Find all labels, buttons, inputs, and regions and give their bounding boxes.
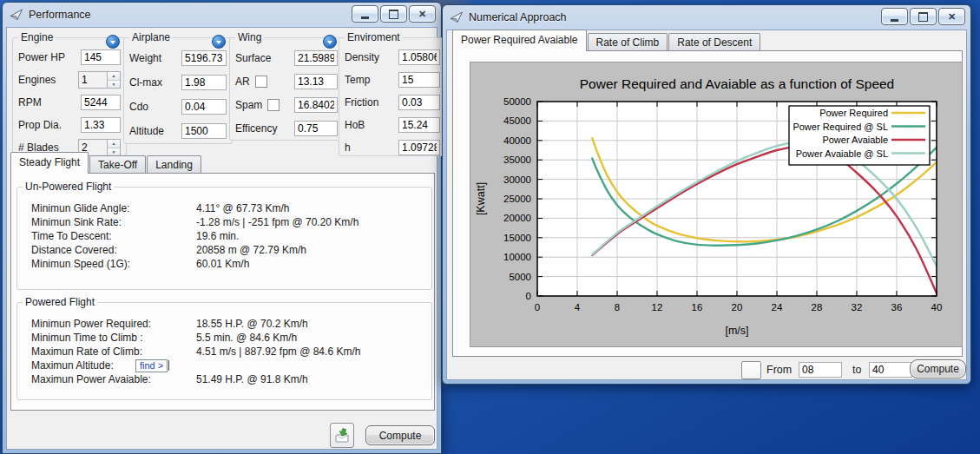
tab-power-required-avaiable[interactable]: Power Required Avaiable bbox=[452, 30, 587, 51]
spam-checkbox[interactable] bbox=[267, 99, 280, 111]
enviroment-group: Enviroment Density Temp Friction HoB h bbox=[339, 31, 446, 156]
tab-rate-of-climb[interactable]: Rate of Climb bbox=[588, 33, 668, 51]
svg-text:24: 24 bbox=[772, 302, 783, 313]
friction-input[interactable] bbox=[398, 95, 440, 110]
numerical-titlebar[interactable]: Numerical Approach ✕ bbox=[443, 5, 970, 28]
power-hp-input[interactable] bbox=[81, 49, 121, 65]
tab-steady-flight[interactable]: Steady Flight bbox=[10, 152, 89, 174]
find-button[interactable]: find > bbox=[135, 359, 168, 372]
unpowered-flight-group: Un-Powered Flight Minimun Glide Angle:4.… bbox=[16, 181, 432, 290]
spam-input[interactable] bbox=[294, 97, 338, 113]
spin-up-icon[interactable]: ▲ bbox=[108, 140, 120, 148]
minimize-icon bbox=[361, 16, 369, 19]
temp-input[interactable] bbox=[398, 72, 440, 88]
svg-text:36: 36 bbox=[891, 302, 903, 313]
range-from-input[interactable] bbox=[799, 362, 842, 378]
engine-group-label: Engine bbox=[18, 31, 56, 43]
paper-plane-icon bbox=[10, 8, 23, 22]
hob-input[interactable] bbox=[398, 117, 440, 133]
result-value: 19.6 min. bbox=[196, 230, 426, 242]
prop-dia-label: Prop Dia. bbox=[18, 119, 62, 131]
close-icon: ✕ bbox=[418, 10, 426, 19]
engines-input[interactable] bbox=[78, 71, 107, 89]
weight-input[interactable] bbox=[181, 50, 227, 66]
tab-landing[interactable]: Landing bbox=[147, 155, 201, 174]
rpm-input[interactable] bbox=[81, 95, 121, 110]
density-label: Density bbox=[345, 51, 379, 63]
range-to-input[interactable] bbox=[869, 362, 912, 378]
svg-text:40: 40 bbox=[931, 302, 943, 313]
airplane-group-label: Airplane bbox=[129, 31, 173, 43]
surface-input[interactable] bbox=[294, 50, 338, 66]
ar-label: AR bbox=[235, 76, 250, 88]
compute-button[interactable]: Compute bbox=[365, 425, 435, 445]
wing-collapse-toggle-icon[interactable] bbox=[323, 35, 337, 49]
numerical-client: Power Required Avaiable Rate of Climb Ra… bbox=[446, 30, 967, 380]
ar-checkbox[interactable] bbox=[255, 76, 267, 88]
result-value: 60.01 Km/h bbox=[196, 258, 426, 270]
tab-rate-of-descent[interactable]: Rate of Descent bbox=[668, 33, 760, 51]
rpm-label: RPM bbox=[18, 96, 42, 109]
svg-text:8: 8 bbox=[615, 302, 620, 313]
powered-flight-group: Powered Flight Minimun Power Required:18… bbox=[16, 296, 432, 400]
result-label: Minimun Power Required: bbox=[23, 318, 196, 330]
power-tabpage: 0481216202428323640050001000015000200002… bbox=[452, 50, 963, 357]
svg-text:10000: 10000 bbox=[503, 252, 531, 262]
svg-text:0: 0 bbox=[535, 302, 540, 313]
performance-tabstrip: Steady Flight Take-Off Landing bbox=[10, 155, 202, 174]
spin-up-icon[interactable]: ▲ bbox=[108, 72, 120, 81]
efficency-input[interactable] bbox=[294, 121, 338, 136]
minimize-button[interactable] bbox=[352, 5, 378, 23]
efficency-label: Efficency bbox=[235, 122, 277, 135]
h-input[interactable] bbox=[398, 140, 440, 155]
hob-label: HoB bbox=[345, 119, 365, 131]
svg-text:4: 4 bbox=[575, 302, 581, 313]
clmax-label: Cl-max bbox=[129, 76, 162, 89]
svg-text:[Kwatt]: [Kwatt] bbox=[475, 182, 487, 215]
spam-label: Spam bbox=[235, 99, 262, 111]
cdo-label: Cdo bbox=[129, 101, 148, 113]
spin-down-icon[interactable]: ▼ bbox=[108, 81, 120, 89]
density-input[interactable] bbox=[398, 49, 440, 65]
airplane-group: Airplane Weight Cl-max Cdo Altitude bbox=[123, 31, 233, 144]
result-label: Distance Covered: bbox=[23, 244, 196, 256]
powered-flight-label: Powered Flight bbox=[23, 296, 97, 308]
svg-text:Power Required @ SL: Power Required @ SL bbox=[793, 122, 888, 132]
performance-titlebar[interactable]: Performance ✕ bbox=[3, 3, 441, 25]
close-button[interactable]: ✕ bbox=[409, 5, 436, 23]
maximize-button[interactable] bbox=[380, 5, 407, 23]
cdo-input[interactable] bbox=[181, 99, 227, 115]
svg-text:5000: 5000 bbox=[509, 272, 531, 282]
engine-group: Engine Power HP Engines ▲▼ RPM Prop Dia.… bbox=[12, 31, 127, 156]
engine-collapse-toggle-icon[interactable] bbox=[106, 35, 120, 49]
save-button[interactable] bbox=[330, 423, 354, 448]
svg-text:15000: 15000 bbox=[503, 233, 531, 243]
temp-label: Temp bbox=[345, 74, 370, 86]
svg-text:28: 28 bbox=[812, 302, 823, 313]
prop-dia-input[interactable] bbox=[81, 117, 121, 133]
maximize-button[interactable] bbox=[910, 8, 937, 25]
altitude-label: Altitude bbox=[129, 125, 164, 137]
tab-take-off[interactable]: Take-Off bbox=[89, 155, 146, 174]
result-label: Minimun Sink Rate: bbox=[23, 216, 196, 228]
compute-button[interactable]: Compute bbox=[910, 359, 966, 378]
result-label: Minimun Time to Climb : bbox=[23, 332, 196, 344]
steady-flight-tabpage: Un-Powered Flight Minimun Glide Angle:4.… bbox=[10, 173, 435, 411]
close-button[interactable]: ✕ bbox=[938, 8, 965, 25]
airplane-collapse-toggle-icon[interactable] bbox=[212, 35, 226, 49]
weight-label: Weight bbox=[129, 52, 161, 64]
svg-text:Power Required and Avaiable as: Power Required and Avaiable as a functio… bbox=[580, 76, 895, 91]
ar-input[interactable] bbox=[294, 74, 338, 89]
save-icon bbox=[333, 427, 351, 444]
svg-text:30000: 30000 bbox=[503, 174, 531, 185]
close-icon: ✕ bbox=[948, 12, 956, 22]
engines-stepper[interactable]: ▲▼ bbox=[78, 71, 121, 89]
clmax-input[interactable] bbox=[181, 75, 227, 90]
h-label: h bbox=[345, 141, 351, 154]
minimize-button[interactable] bbox=[881, 8, 908, 25]
range-checkbox[interactable] bbox=[741, 361, 761, 379]
svg-text:32: 32 bbox=[852, 302, 863, 313]
svg-text:45000: 45000 bbox=[503, 115, 531, 126]
altitude-input[interactable] bbox=[181, 123, 227, 139]
result-value: 20858 m @ 72.79 Km/h bbox=[196, 244, 426, 256]
